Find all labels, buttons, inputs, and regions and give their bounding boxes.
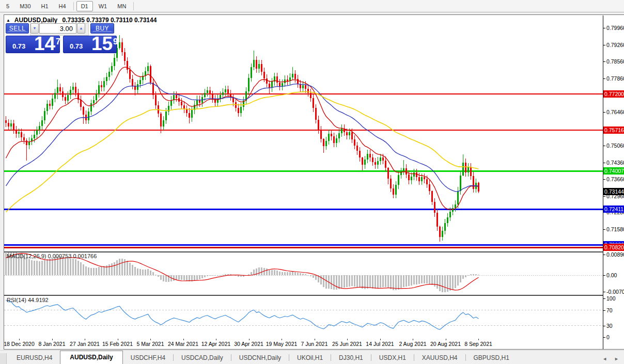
chart-tabs-bar: EURUSD,H4AUDUSD,DailyUSDCHF,H4USDCAD,Dai…: [0, 350, 624, 364]
rsi-indicator-label: RSI(14) 44.9192: [7, 297, 49, 303]
candles-series: [5, 35, 479, 242]
tab-scroll-controls: ◄►: [602, 356, 619, 361]
rsi-name: RSI(14): [7, 297, 26, 303]
main-chart-canvas[interactable]: [4, 15, 603, 339]
macd-value-main: 0.000753: [48, 253, 71, 259]
buy-button[interactable]: BUY: [90, 23, 114, 34]
rsi-value: 44.9192: [28, 297, 49, 303]
tab-ukoil-h1[interactable]: UKOil,H1: [289, 352, 331, 364]
tab-usdcad-daily[interactable]: USDCAD,Daily: [174, 352, 231, 364]
timeframe-toolbar: 5M30H1H4D1W1MN: [0, 0, 624, 12]
chart-symbol-label: AUDUSD,Daily: [14, 17, 57, 24]
tab-gbpusd-h1[interactable]: GBPUSD,H1: [466, 352, 517, 364]
tabbar-stub: [0, 353, 7, 364]
tab-audusd-daily[interactable]: AUDUSD,Daily: [60, 351, 122, 364]
timeframe-m30[interactable]: M30: [15, 1, 35, 11]
timeframe-5[interactable]: 5: [2, 1, 14, 11]
buy-price-pip: 9: [113, 37, 118, 46]
tab-scroll-right-icon[interactable]: ►: [614, 356, 619, 361]
timeframe-w1[interactable]: W1: [94, 1, 112, 11]
sell-price-pip: 7: [56, 37, 60, 46]
chart-ohlc-values: 0.73335 0.73379 0.73110 0.73144: [63, 17, 157, 24]
volume-decrease-button[interactable]: ▼: [30, 23, 39, 34]
tab-xauusd-h4[interactable]: XAUUSD,H4: [414, 352, 465, 364]
rsi-line: [4, 300, 603, 329]
horizontal-level-lines[interactable]: [4, 94, 603, 247]
chart-title: ▲ AUDUSD,Daily 0.73335 0.73379 0.73110 0…: [6, 17, 157, 24]
tab-eurusd-h4[interactable]: EURUSD,H4: [9, 352, 60, 364]
trade-panel-toggle-icon[interactable]: ▲: [6, 18, 10, 23]
sell-button[interactable]: SELL: [6, 23, 29, 34]
sell-price-big: 14: [34, 33, 55, 55]
toolbar-separator: [73, 2, 74, 10]
macd-indicator-label: MACD(12,26,9) 0.000753 0.001766: [7, 253, 97, 259]
toolbar-separator: [133, 2, 134, 10]
tab-usdcnh-daily[interactable]: USDCNH,Daily: [231, 352, 289, 364]
tab-usdx-h1[interactable]: USDX,H1: [371, 352, 414, 364]
sell-price-box[interactable]: 0.73 14 7: [6, 36, 60, 53]
timeframe-d1[interactable]: D1: [76, 1, 93, 11]
tab-scroll-left-icon[interactable]: ◄: [602, 356, 607, 361]
buy-price-box[interactable]: 0.73 15 9: [63, 36, 117, 53]
timeframe-h4[interactable]: H4: [54, 1, 71, 11]
tab-usdchf-h4[interactable]: USDCHF,H4: [123, 352, 173, 364]
volume-input[interactable]: [39, 23, 76, 34]
tab-dj30-h1[interactable]: DJ30,H1: [331, 352, 371, 364]
macd-name: MACD(12,26,9): [7, 253, 46, 259]
buy-price-big: 15: [91, 33, 113, 55]
moving-average-lines: [6, 67, 479, 212]
volume-increase-button[interactable]: ▲: [77, 23, 85, 34]
timeframe-mn[interactable]: MN: [113, 1, 131, 11]
buy-price-prefix: 0.73: [70, 42, 83, 50]
mt4-workspace: 5M30H1H4D1W1MN ▲ AUDUSD,Daily 0.73335 0.…: [0, 0, 624, 364]
sell-price-prefix: 0.73: [12, 42, 25, 50]
macd-value-signal: 0.001766: [73, 253, 97, 259]
timeframe-h1[interactable]: H1: [37, 1, 53, 11]
